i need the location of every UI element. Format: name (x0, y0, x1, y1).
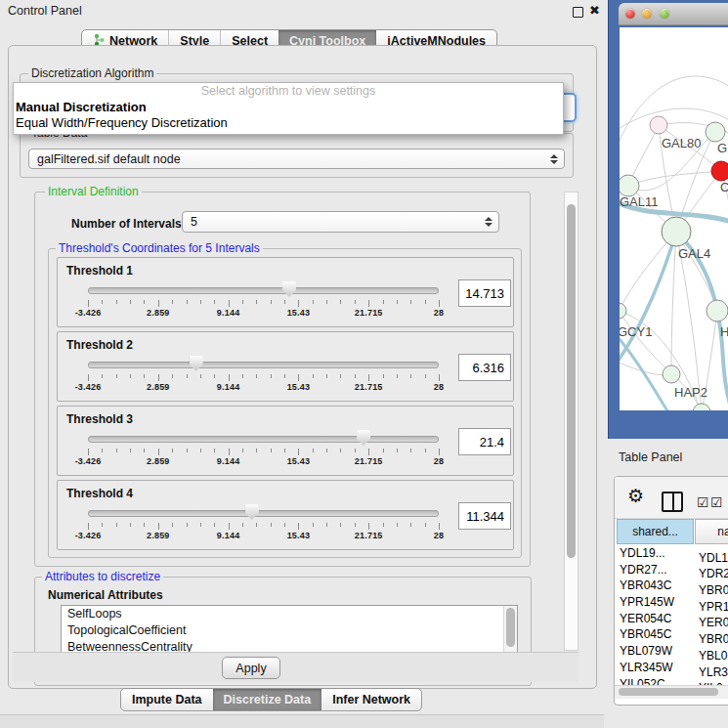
attribute-item[interactable]: SelfLoops (62, 606, 517, 622)
attribute-item[interactable]: TopologicalCoefficient (62, 622, 517, 639)
network-edge[interactable] (620, 76, 728, 164)
network-node[interactable] (663, 365, 680, 383)
threshold-slider-thumb[interactable] (190, 356, 203, 371)
network-node-label: HAP2 (674, 385, 707, 400)
threshold-label: Threshold 2 (66, 338, 133, 352)
table-row[interactable]: YPR145WYPR1 (615, 594, 728, 611)
threshold-value-input[interactable] (458, 279, 511, 307)
algorithm-option[interactable]: Equal Width/Frequency Discretization (14, 115, 563, 131)
network-node-label: GAL80 (662, 136, 701, 150)
table-column-header[interactable]: na (695, 519, 728, 544)
network-node[interactable] (620, 303, 626, 319)
combo-stepper-icon (550, 154, 558, 164)
threshold-slider-thumb[interactable] (357, 430, 370, 446)
table-data-combo-value: galFiltered.sif default node (37, 152, 181, 166)
float-window-icon[interactable] (573, 7, 583, 18)
network-canvas[interactable]: GAL80GCGAL11GAL4GCY1HHAP2 (620, 27, 728, 410)
checkbox-icon[interactable]: ☑ (710, 494, 723, 510)
table-row[interactable]: YDR27...YDR2 (615, 562, 728, 578)
threshold-slider-track[interactable] (88, 287, 439, 294)
threshold-value-input[interactable] (458, 428, 511, 455)
algorithm-option[interactable]: Manual Discretization (14, 100, 563, 115)
table-cell: YBR043C (615, 578, 694, 594)
threshold-label: Threshold 4 (66, 487, 133, 500)
threshold-slider-thumb[interactable] (282, 281, 296, 297)
slider-ticks (88, 449, 439, 456)
bottom-strip (0, 714, 604, 728)
bottom-tab-label: Discretize Data (224, 693, 312, 707)
table-cell: YDL19... (615, 545, 694, 562)
table-row[interactable]: YBR043CYBR0 (615, 578, 728, 594)
table-horizontal-scrollbar[interactable] (615, 685, 728, 699)
table-column-header[interactable]: shared... (617, 519, 694, 544)
thresholds-group-title: Threshold's Coordinates for 5 Intervals (56, 241, 263, 255)
table-data-combo[interactable]: galFiltered.sif default node (28, 149, 565, 169)
threshold-slider-track[interactable] (88, 510, 439, 517)
network-node[interactable] (711, 161, 728, 181)
network-node[interactable] (620, 175, 639, 196)
attributes-list-scrollbar[interactable] (503, 606, 517, 657)
threshold-slider-thumb[interactable] (245, 504, 259, 520)
slider-tick-labels: -3.4262.8599.14415.4321.71528 (88, 531, 439, 542)
slider-ticks (88, 300, 439, 308)
split-columns-icon[interactable] (662, 492, 683, 512)
network-node[interactable] (707, 300, 728, 321)
slider-tick-labels: -3.4262.8599.14415.4321.71528 (88, 308, 439, 320)
table-row[interactable]: YBR045CYBR0 (615, 626, 728, 643)
slider-ticks (88, 523, 439, 531)
table-row[interactable]: YER054CYER0 (615, 611, 728, 627)
bottom-tab-bar: Impute DataDiscretize DataInfer Network (120, 688, 422, 711)
threshold-slider-track[interactable] (88, 362, 439, 368)
threshold-panel: Threshold 2-3.4262.8599.14415.4321.71528 (57, 331, 514, 402)
apply-button[interactable]: Apply (222, 657, 280, 679)
network-window-titlebar[interactable] (619, 3, 728, 25)
network-edge[interactable] (671, 232, 676, 374)
table-cell: YER054C (615, 611, 694, 627)
threshold-slider-track[interactable] (88, 436, 439, 443)
zoom-traffic-light[interactable] (660, 9, 669, 19)
combo-stepper-icon (485, 217, 492, 227)
network-edge[interactable] (628, 171, 721, 186)
panel-scrollbar[interactable] (564, 192, 578, 651)
table-row[interactable]: YDL19...YDL1 (615, 545, 728, 562)
network-node[interactable] (693, 404, 710, 410)
thresholds-group: Threshold's Coordinates for 5 Intervals … (48, 248, 522, 558)
table-row[interactable]: YBL079WYBL0 (615, 643, 728, 660)
table-panel-card: ⚙ ☑ ☑ shared...na YDL19...YDL1YDR27...YD… (614, 476, 728, 706)
table-row[interactable]: YLR345WYLR3 (615, 660, 728, 676)
network-node-label: GCY1 (620, 324, 652, 339)
network-node[interactable] (662, 217, 691, 246)
close-traffic-light[interactable] (625, 9, 635, 19)
slider-tick-labels: -3.4262.8599.14415.4321.71528 (88, 382, 439, 394)
table-data-group: Table Data galFiltered.sif default node (20, 133, 574, 178)
panel-title: Control Panel (8, 4, 82, 18)
bottom-tab-impute-data[interactable]: Impute Data (121, 689, 213, 710)
threshold-value-input[interactable] (458, 354, 511, 381)
gear-icon[interactable]: ⚙ (627, 485, 644, 507)
attributes-group-title: Attributes to discretize (42, 570, 163, 583)
threshold-panel: Threshold 4-3.4262.8599.14415.4321.71528 (57, 480, 514, 550)
slider-ticks (88, 374, 439, 382)
bottom-tab-infer-network[interactable]: Infer Network (321, 689, 421, 710)
number-of-intervals-value: 5 (191, 215, 197, 229)
minimize-traffic-light[interactable] (642, 9, 652, 19)
bottom-tab-discretize-data[interactable]: Discretize Data (213, 689, 322, 710)
table-cell: YLR345W (615, 660, 694, 676)
panel-scrollbar-thumb[interactable] (567, 204, 576, 558)
threshold-value-input[interactable] (458, 502, 511, 530)
network-node[interactable] (650, 116, 667, 134)
checkbox-icon[interactable]: ☑ (697, 494, 709, 510)
table-row[interactable]: YIL052CYIL0 (615, 676, 728, 686)
close-icon[interactable]: ✖ (589, 3, 600, 18)
network-edge-thick[interactable] (620, 330, 668, 410)
table-scrollbar-thumb[interactable] (619, 688, 718, 696)
network-node[interactable] (706, 122, 725, 142)
algorithm-placeholder-option[interactable]: Select algorithm to view settings (14, 83, 563, 100)
number-of-intervals-combo[interactable]: 5 (182, 211, 499, 233)
table-cell: YBL079W (615, 643, 694, 660)
table-cell: YIL052C (615, 676, 694, 686)
network-node-label: H (720, 324, 728, 339)
apply-bar: Apply (13, 652, 578, 682)
network-node-label: G (717, 141, 727, 155)
table-header-row: shared...na (615, 519, 728, 545)
